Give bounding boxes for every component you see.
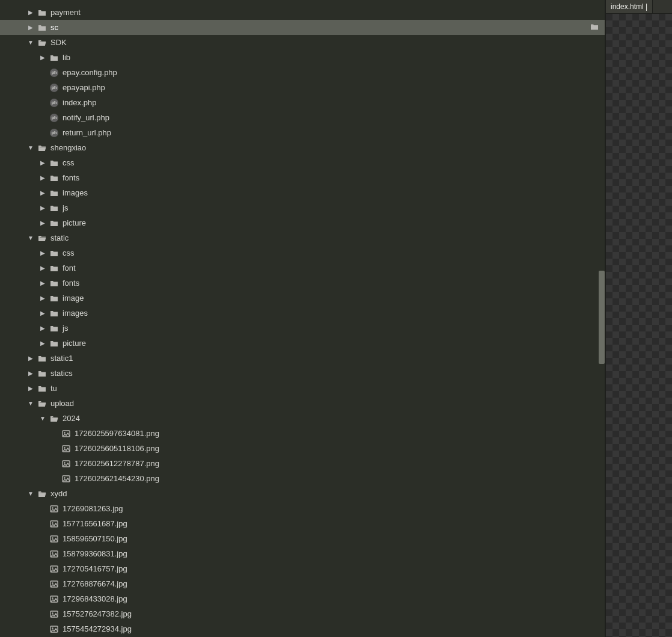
chevron-right-icon[interactable]: ▶ — [38, 310, 47, 316]
tree-item-label: notify_url.php — [63, 113, 109, 122]
image-file-icon — [61, 429, 71, 439]
scrollbar-thumb[interactable] — [599, 271, 605, 364]
tree-row[interactable]: ▶font — [0, 260, 605, 275]
tree-row[interactable]: ▶17269081263.jpg — [0, 501, 605, 516]
tree-row[interactable]: ▶phindex.php — [0, 95, 605, 110]
tree-row[interactable]: ▶images — [0, 185, 605, 200]
tree-row[interactable]: ▶js — [0, 200, 605, 215]
chevron-right-icon[interactable]: ▶ — [26, 385, 35, 392]
folder-icon — [37, 354, 47, 363]
tree-item-label: 158799360831.jpg — [63, 549, 127, 558]
tree-item-label: lib — [63, 53, 70, 62]
tree-item-label: 1575454272934.jpg — [63, 624, 132, 633]
chevron-right-icon[interactable]: ▶ — [26, 9, 35, 16]
chevron-down-icon[interactable]: ▼ — [26, 235, 35, 241]
chevron-right-icon[interactable]: ▶ — [38, 189, 47, 196]
chevron-down-icon[interactable]: ▼ — [26, 39, 35, 46]
tree-row[interactable]: ▼2024 — [0, 411, 605, 426]
tree-row[interactable]: ▶fonts — [0, 170, 605, 185]
php-file-icon: ph — [49, 68, 59, 78]
folder-icon — [49, 309, 59, 318]
chevron-right-icon[interactable]: ▶ — [38, 54, 47, 61]
file-explorer-sidebar[interactable]: ▶payment▶sc▼SDK▶lib▶phepay.config.php▶ph… — [0, 0, 605, 637]
tree-row[interactable]: ▶157716561687.jpg — [0, 516, 605, 531]
tree-row[interactable]: ▶tu — [0, 381, 605, 396]
chevron-down-icon[interactable]: ▼ — [26, 490, 35, 497]
tree-row[interactable]: ▶css — [0, 155, 605, 170]
tree-item-label: fonts — [63, 278, 79, 288]
tree-row[interactable]: ▼static — [0, 230, 605, 245]
tree-row[interactable]: ▶picture — [0, 336, 605, 351]
tree-row[interactable]: ▶phepayapi.php — [0, 80, 605, 95]
preview-tab[interactable]: index.html | — [606, 0, 653, 13]
php-file-icon: ph — [49, 113, 59, 123]
folder-icon — [49, 324, 59, 333]
chevron-right-icon[interactable]: ▶ — [38, 340, 47, 346]
tree-item-label: 158596507150.jpg — [63, 534, 127, 543]
tree-row[interactable]: ▶1575454272934.jpg — [0, 621, 605, 636]
tree-item-label: 17269081263.jpg — [63, 504, 123, 513]
file-tree: ▶payment▶sc▼SDK▶lib▶phepay.config.php▶ph… — [0, 0, 605, 637]
chevron-right-icon[interactable]: ▶ — [38, 265, 47, 271]
chevron-right-icon[interactable]: ▶ — [26, 370, 35, 377]
tree-row[interactable]: ▶1726025597634081.png — [0, 426, 605, 441]
tree-row[interactable]: ▶fonts — [0, 275, 605, 291]
tree-row[interactable]: ▼xydd — [0, 486, 605, 501]
chevron-down-icon[interactable]: ▼ — [26, 400, 35, 407]
tree-item-label: js — [63, 203, 68, 212]
chevron-right-icon[interactable]: ▶ — [38, 295, 47, 301]
chevron-down-icon[interactable]: ▼ — [38, 415, 47, 422]
tree-row[interactable]: ▶phreturn_url.php — [0, 125, 605, 140]
tree-row[interactable]: ▶1575276247382.jpg — [0, 606, 605, 621]
tree-row[interactable]: ▶158596507150.jpg — [0, 531, 605, 546]
tree-row[interactable]: ▶1726025605118106.png — [0, 441, 605, 456]
tree-item-label: 1575276247382.jpg — [63, 609, 132, 618]
tree-item-label: 172968433028.jpg — [63, 594, 127, 603]
tree-item-label: statics — [50, 369, 73, 378]
chevron-down-icon[interactable]: ▼ — [26, 144, 35, 151]
tree-row[interactable]: ▶picture — [0, 215, 605, 230]
tree-row[interactable]: ▼SDK — [0, 35, 605, 50]
chevron-right-icon[interactable]: ▶ — [38, 159, 47, 166]
tree-row[interactable]: ▶js — [0, 321, 605, 336]
tree-row[interactable]: ▶sc — [0, 20, 605, 35]
chevron-right-icon[interactable]: ▶ — [26, 24, 35, 31]
chevron-right-icon[interactable]: ▶ — [26, 355, 35, 362]
chevron-right-icon[interactable]: ▶ — [38, 250, 47, 256]
image-file-icon — [49, 564, 59, 574]
image-file-icon — [61, 474, 71, 484]
transparency-canvas — [606, 14, 672, 637]
tree-row[interactable]: ▶phnotify_url.php — [0, 110, 605, 125]
tree-row[interactable]: ▶statics — [0, 366, 605, 381]
chevron-right-icon[interactable]: ▶ — [38, 325, 47, 331]
tree-row[interactable]: ▶payment — [0, 5, 605, 20]
tree-item-label: static1 — [50, 354, 73, 363]
folder-icon — [49, 203, 59, 213]
tree-row[interactable]: ▼shengxiao — [0, 140, 605, 155]
tree-row[interactable]: ▶lib — [0, 50, 605, 65]
chevron-right-icon[interactable]: ▶ — [38, 220, 47, 226]
tree-row[interactable]: ▶phepay.config.php — [0, 65, 605, 80]
tree-row[interactable]: ▶172968433028.jpg — [0, 591, 605, 606]
tree-row[interactable]: ▶static1 — [0, 351, 605, 366]
chevron-right-icon[interactable]: ▶ — [38, 280, 47, 286]
tree-row[interactable]: ▶1726025612278787.png — [0, 456, 605, 471]
tree-row[interactable]: ▶158799360831.jpg — [0, 546, 605, 561]
php-file-icon: ph — [49, 98, 59, 108]
tree-item-label: SDK — [50, 38, 67, 47]
folder-icon — [37, 369, 47, 378]
tree-row[interactable]: ▶image — [0, 291, 605, 306]
chevron-right-icon[interactable]: ▶ — [38, 174, 47, 181]
folder-icon — [49, 248, 59, 258]
tree-row[interactable]: ▶css — [0, 245, 605, 260]
tree-row[interactable]: ▶172768876674.jpg — [0, 576, 605, 591]
tree-item-label: picture — [63, 218, 86, 227]
tree-row[interactable]: ▼upload — [0, 396, 605, 411]
image-file-icon — [61, 444, 71, 454]
folder-icon — [49, 173, 59, 183]
tree-row[interactable]: ▶1726025621454230.png — [0, 471, 605, 486]
tree-row[interactable]: ▶172705416757.jpg — [0, 561, 605, 576]
chevron-right-icon[interactable]: ▶ — [38, 205, 47, 211]
php-file-icon: ph — [49, 128, 59, 138]
tree-row[interactable]: ▶images — [0, 306, 605, 321]
